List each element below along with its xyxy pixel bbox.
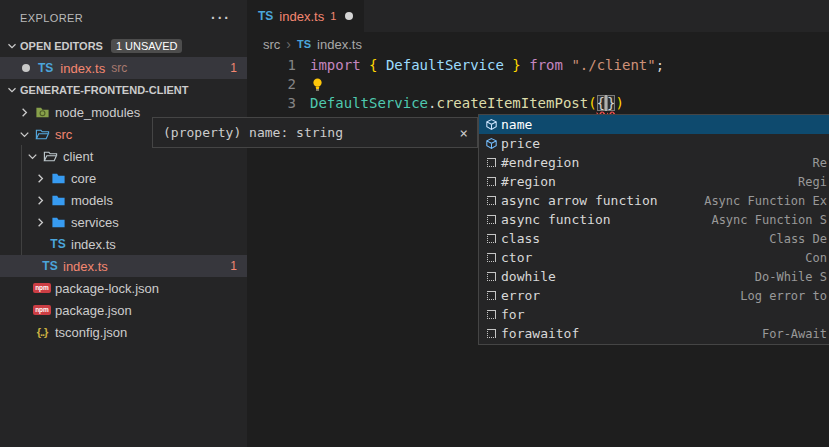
npm-file-icon: npm bbox=[32, 302, 52, 318]
tab-filename: index.ts bbox=[279, 9, 324, 24]
code-token: { bbox=[369, 56, 377, 75]
code-token: ( bbox=[588, 94, 596, 113]
code-token bbox=[521, 56, 529, 75]
code-token: import bbox=[310, 56, 361, 75]
tree-item-error-count: 1 bbox=[230, 259, 237, 273]
tree-item-tsconfig-json[interactable]: {..}tsconfig.json bbox=[0, 321, 247, 343]
tree-item-label: models bbox=[71, 193, 113, 208]
code-area[interactable]: 1import { DefaultService } from "./clien… bbox=[247, 56, 829, 113]
chevron-down-icon[interactable] bbox=[16, 126, 32, 142]
code-token: } bbox=[512, 56, 520, 75]
code-token bbox=[563, 56, 571, 75]
breadcrumb-file[interactable]: index.ts bbox=[317, 37, 362, 52]
suggestion-label: for bbox=[501, 307, 524, 322]
suggestion-label: price bbox=[501, 136, 540, 151]
open-editors-header[interactable]: OPEN EDITORS 1 UNSAVED bbox=[0, 35, 247, 57]
suggestion-name[interactable]: name bbox=[479, 115, 829, 134]
code-token: "./client" bbox=[571, 56, 655, 75]
breadcrumb-folder[interactable]: src bbox=[263, 37, 280, 52]
project-section-header[interactable]: GENERATE-FRONTEND-CLIENT bbox=[0, 79, 247, 101]
tree-item-label: src bbox=[55, 127, 72, 142]
chevron-down-icon[interactable] bbox=[4, 82, 20, 98]
suggestion-detail: Re bbox=[813, 156, 827, 170]
unsaved-badge: 1 UNSAVED bbox=[111, 39, 183, 53]
suggestion-error[interactable]: errorLog error to bbox=[479, 286, 829, 305]
code-token: from bbox=[529, 56, 563, 75]
line-number: 3 bbox=[247, 94, 296, 113]
folder-blue-icon bbox=[48, 170, 68, 186]
snippet-icon bbox=[482, 291, 501, 300]
more-actions-icon[interactable]: ··· bbox=[211, 13, 231, 23]
suggestion-price[interactable]: price bbox=[479, 134, 829, 153]
open-editor-path: src bbox=[111, 61, 127, 75]
code-line-3[interactable]: 3DefaultService.createItemItemPost({}) bbox=[247, 94, 829, 113]
suggestion-detail: Class De bbox=[769, 232, 827, 246]
tree-item-core[interactable]: core bbox=[0, 167, 247, 189]
line-number: 2 bbox=[247, 75, 296, 94]
json-braces-icon: {..} bbox=[32, 324, 52, 340]
suggestion-label: name bbox=[501, 117, 532, 132]
snippet-icon bbox=[482, 215, 501, 224]
folder-open-outline-icon bbox=[40, 148, 60, 164]
tree-item-package-json[interactable]: npmpackage.json bbox=[0, 299, 247, 321]
code-token: ; bbox=[656, 56, 664, 75]
line-number: 1 bbox=[247, 56, 296, 75]
breadcrumb-separator: › bbox=[286, 36, 291, 52]
suggestion-detail: Regi bbox=[798, 175, 827, 189]
chevron-right-icon[interactable] bbox=[16, 104, 32, 120]
explorer-panel: EXPLORER ··· OPEN EDITORS 1 UNSAVED TS i… bbox=[0, 0, 247, 447]
chevron-right-icon[interactable] bbox=[32, 214, 48, 230]
symbol-field-icon bbox=[482, 117, 501, 132]
breadcrumb: src › TS index.ts bbox=[247, 32, 829, 56]
vscode-window: EXPLORER ··· OPEN EDITORS 1 UNSAVED TS i… bbox=[0, 0, 829, 447]
suggestion-ctor[interactable]: ctorCon bbox=[479, 248, 829, 267]
tree-item-label: index.ts bbox=[71, 237, 116, 252]
tab-indexts[interactable]: TS index.ts 1 bbox=[247, 0, 364, 32]
close-icon[interactable]: × bbox=[460, 125, 477, 141]
snippet-icon bbox=[482, 177, 501, 186]
suggestion-class[interactable]: classClass De bbox=[479, 229, 829, 248]
folder-open-src-icon bbox=[32, 126, 52, 142]
suggestion-label: async function bbox=[501, 212, 611, 227]
code-token bbox=[504, 56, 512, 75]
suggestion-for[interactable]: for bbox=[479, 305, 829, 324]
lightbulb-icon[interactable] bbox=[310, 77, 325, 92]
open-editor-filename: index.ts bbox=[60, 61, 105, 76]
code-line-2[interactable]: 2 bbox=[247, 75, 829, 94]
snippet-icon bbox=[482, 158, 501, 167]
tree-item-models[interactable]: models bbox=[0, 189, 247, 211]
suggestion-async-arrow-function[interactable]: async arrow functionAsync Function Ex bbox=[479, 191, 829, 210]
tree-indent-spacer bbox=[32, 236, 48, 252]
suggestion-label: forawaitof bbox=[501, 326, 579, 341]
suggestion--endregion[interactable]: #endregionRe bbox=[479, 153, 829, 172]
suggestion-dowhile[interactable]: dowhileDo-While S bbox=[479, 267, 829, 286]
code-token bbox=[361, 56, 369, 75]
ts-file-icon: TS bbox=[40, 258, 60, 274]
chevron-down-icon[interactable] bbox=[4, 38, 20, 54]
chevron-down-icon[interactable] bbox=[24, 148, 40, 164]
tab-modified-dot-icon[interactable] bbox=[345, 12, 353, 20]
tree-indent-spacer bbox=[16, 324, 32, 340]
tree-item-package-lock-json[interactable]: npmpackage-lock.json bbox=[0, 277, 247, 299]
tree-item-index-ts[interactable]: TSindex.ts bbox=[0, 233, 247, 255]
suggestion--region[interactable]: #regionRegi bbox=[479, 172, 829, 191]
open-editor-item-indexts[interactable]: TS index.ts src 1 bbox=[0, 57, 247, 79]
tree-item-services[interactable]: services bbox=[0, 211, 247, 233]
chevron-right-icon[interactable] bbox=[32, 192, 48, 208]
code-line-1[interactable]: 1import { DefaultService } from "./clien… bbox=[247, 56, 829, 75]
suggestion-detail: Con bbox=[805, 251, 827, 265]
tree-item-client[interactable]: client bbox=[0, 145, 247, 167]
chevron-right-icon[interactable] bbox=[32, 170, 48, 186]
open-editors-label: OPEN EDITORS bbox=[20, 40, 103, 52]
folder-blue-icon bbox=[48, 192, 68, 208]
tree-indent-spacer bbox=[16, 302, 32, 318]
suggest-details-tooltip: (property) name: string × bbox=[152, 117, 478, 148]
line-content: DefaultService.createItemItemPost({}) bbox=[296, 94, 624, 113]
suggestion-label: class bbox=[501, 231, 540, 246]
ts-file-icon: TS bbox=[38, 61, 53, 75]
tree-item-index-ts[interactable]: TSindex.ts1 bbox=[0, 255, 247, 277]
tree-item-label: node_modules bbox=[55, 105, 140, 120]
suggestion-forawaitof[interactable]: forawaitofFor-Await bbox=[479, 324, 829, 343]
tree-item-label: package.json bbox=[55, 303, 132, 318]
suggestion-async-function[interactable]: async functionAsync Function S bbox=[479, 210, 829, 229]
